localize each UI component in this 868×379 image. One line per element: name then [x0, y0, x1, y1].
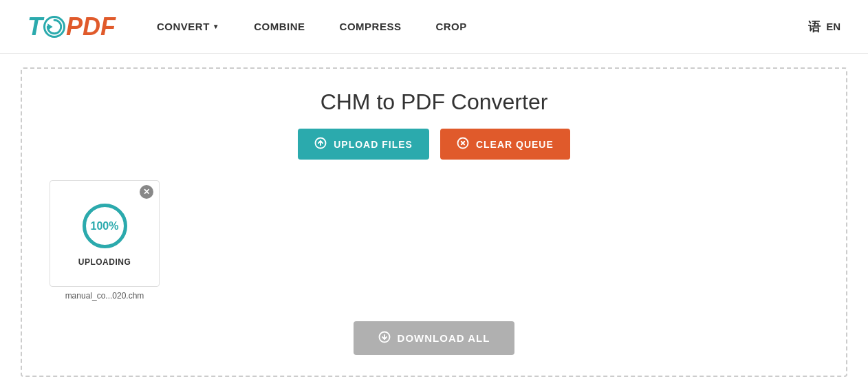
upload-icon: [314, 137, 327, 151]
action-buttons: UPLOAD FILES CLEAR QUEUE: [298, 129, 570, 160]
header: T PDF CONVERT ▼ COMBINE COMPRESS CROP 语 …: [0, 0, 868, 54]
language-icon: 语: [808, 19, 821, 35]
chevron-down-icon: ▼: [213, 23, 219, 30]
uploading-status: UPLOADING: [78, 257, 131, 267]
close-file-button[interactable]: ✕: [140, 185, 153, 199]
main-content: CHM to PDF Converter UPLOAD FILES: [0, 54, 868, 379]
nav-compress[interactable]: COMPRESS: [340, 21, 402, 32]
logo-to-text: T: [28, 12, 43, 41]
progress-circle: 100%: [79, 200, 131, 252]
nav-combine[interactable]: COMBINE: [254, 21, 305, 32]
language-selector[interactable]: 语 EN: [808, 19, 840, 35]
download-all-button[interactable]: DOWNLOAD ALL: [354, 321, 515, 355]
logo[interactable]: T PDF: [28, 12, 116, 41]
nav-convert[interactable]: CONVERT ▼: [157, 21, 219, 32]
file-name: manual_co...020.chm: [65, 291, 144, 301]
nav-crop[interactable]: CROP: [435, 21, 466, 32]
main-nav: CONVERT ▼ COMBINE COMPRESS CROP: [157, 21, 808, 32]
clear-icon: [457, 137, 469, 151]
download-area: DOWNLOAD ALL: [50, 321, 818, 355]
file-card: ✕ 100% UPLOADING: [50, 180, 160, 287]
upload-button[interactable]: UPLOAD FILES: [298, 129, 429, 160]
drop-zone: CHM to PDF Converter UPLOAD FILES: [21, 67, 847, 377]
file-card-wrapper: ✕ 100% UPLOADING manual_co...020.chm: [50, 180, 160, 301]
download-icon: [378, 331, 391, 345]
clear-button[interactable]: CLEAR QUEUE: [440, 129, 570, 160]
language-label: EN: [826, 21, 840, 32]
progress-text: 100%: [91, 220, 119, 232]
logo-pdf-text: PDF: [66, 12, 116, 41]
files-area: ✕ 100% UPLOADING manual_co...020.chm: [50, 180, 818, 307]
page-title: CHM to PDF Converter: [321, 89, 548, 115]
logo-icon: [45, 18, 63, 36]
svg-marker-0: [47, 23, 52, 30]
